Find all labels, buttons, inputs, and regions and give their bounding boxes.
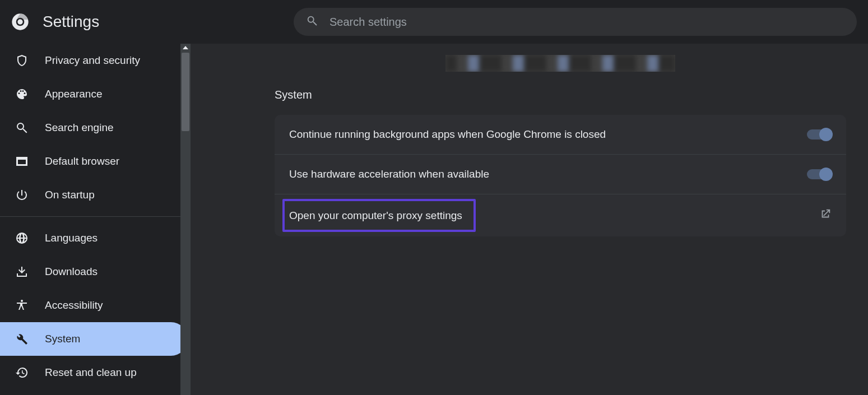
- scrollbar-thumb[interactable]: [182, 53, 189, 131]
- setting-row-proxy[interactable]: Open your computer's proxy settings: [275, 194, 846, 236]
- restore-icon: [15, 365, 29, 380]
- svg-point-2: [17, 19, 22, 24]
- power-icon: [15, 188, 29, 202]
- setting-label: Open your computer's proxy settings: [289, 210, 462, 222]
- sidebar-item-reset[interactable]: Reset and clean up: [0, 356, 179, 389]
- sidebar-item-label: System: [45, 333, 80, 345]
- main-content: System Continue running background apps …: [191, 44, 868, 395]
- sidebar-item-appearance[interactable]: Appearance: [0, 77, 179, 111]
- sidebar-item-downloads[interactable]: Downloads: [0, 255, 179, 289]
- search-icon: [306, 15, 318, 29]
- sidebar-item-label: On startup: [45, 189, 95, 201]
- sidebar-item-label: Search engine: [45, 122, 114, 134]
- setting-label: Use hardware acceleration when available: [289, 168, 489, 180]
- settings-card: Continue running background apps when Go…: [275, 115, 846, 236]
- section-title: System: [275, 89, 846, 101]
- toggle-knob: [819, 128, 833, 141]
- sidebar-item-label: Appearance: [45, 88, 102, 100]
- sidebar-item-search[interactable]: Search engine: [0, 111, 179, 145]
- sidebar-item-label: Languages: [45, 232, 98, 244]
- wrench-icon: [15, 332, 29, 346]
- header-left: Settings: [11, 13, 280, 31]
- sidebar-item-privacy[interactable]: Privacy and security: [0, 44, 179, 77]
- scroll-up-arrow-icon[interactable]: [183, 46, 188, 49]
- setting-row-bg-apps[interactable]: Continue running background apps when Go…: [275, 115, 846, 155]
- sidebar-item-label: Privacy and security: [45, 54, 140, 67]
- toggle-bg-apps[interactable]: [807, 129, 832, 140]
- page-title: Settings: [43, 13, 99, 31]
- search-settings[interactable]: [294, 8, 857, 36]
- accessibility-icon: [15, 298, 29, 313]
- sidebar-item-label: Downloads: [45, 266, 98, 278]
- shield-icon: [15, 53, 29, 68]
- sidebar-item-label: Reset and clean up: [45, 366, 137, 379]
- sidebar-item-default[interactable]: Default browser: [0, 145, 179, 178]
- toggle-hw-accel[interactable]: [807, 169, 832, 179]
- search-icon: [15, 120, 29, 135]
- sidebar-item-label: Default browser: [45, 155, 119, 168]
- toggle-knob: [819, 168, 833, 181]
- setting-label: Continue running background apps when Go…: [289, 128, 606, 141]
- sidebar-scrollbar[interactable]: [180, 44, 191, 395]
- sidebar-item-accessibility[interactable]: Accessibility: [0, 289, 179, 322]
- chrome-logo-icon: [11, 13, 29, 31]
- sidebar-item-label: Accessibility: [45, 299, 103, 312]
- palette-icon: [15, 87, 29, 101]
- search-input[interactable]: [329, 16, 844, 29]
- body: Privacy and securityAppearanceSearch eng…: [0, 44, 868, 395]
- sidebar-item-system[interactable]: System: [0, 322, 188, 356]
- window-icon: [15, 154, 29, 169]
- sidebar-item-languages[interactable]: Languages: [0, 221, 179, 255]
- header: Settings: [0, 0, 868, 44]
- setting-row-hw-accel[interactable]: Use hardware acceleration when available: [275, 155, 846, 194]
- external-link-icon: [819, 208, 832, 223]
- download-icon: [15, 264, 29, 279]
- globe-icon: [15, 231, 29, 245]
- nav-divider: [0, 216, 191, 217]
- sidebar: Privacy and securityAppearanceSearch eng…: [0, 44, 191, 395]
- sidebar-item-startup[interactable]: On startup: [0, 178, 179, 212]
- redacted-banner: [445, 55, 675, 72]
